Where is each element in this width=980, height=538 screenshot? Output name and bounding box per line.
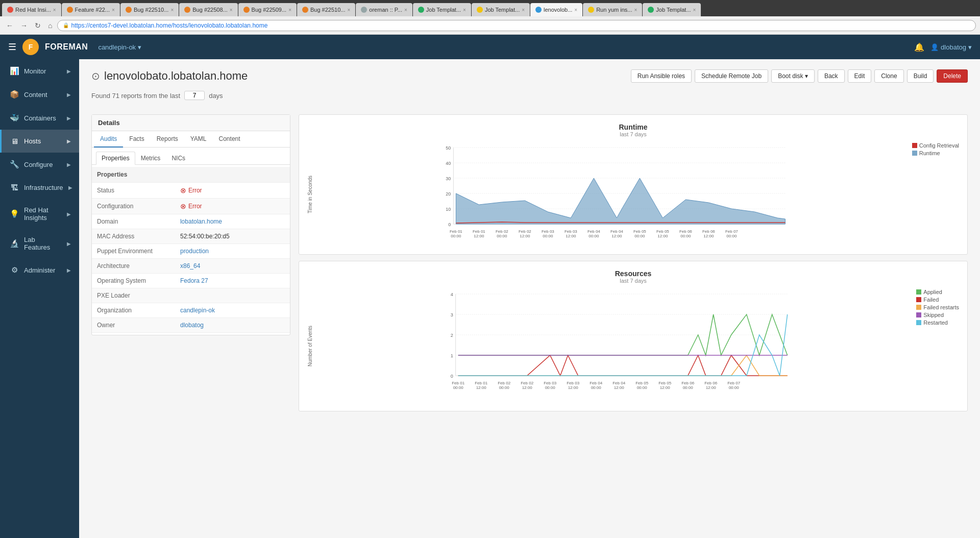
- sidebar-item-hosts[interactable]: 🖥 Hosts ▶: [0, 130, 79, 153]
- mac-address: 52:54:00:be:20:d5: [180, 233, 230, 240]
- tab-feature[interactable]: Feature #22...×: [62, 3, 120, 16]
- table-row: PXE Loader: [92, 288, 290, 303]
- subtab-properties[interactable]: Properties: [96, 152, 135, 165]
- sidebar-item-administer[interactable]: ⚙ Administer ▶: [0, 258, 79, 282]
- org-link[interactable]: candlepin-ok: [180, 307, 215, 314]
- content-icon: 📦: [10, 90, 19, 99]
- svg-text:Feb 01: Feb 01: [473, 229, 485, 234]
- sidebar-item-content[interactable]: 📦 Content ▶: [0, 83, 79, 106]
- svg-text:12:00: 12:00: [522, 385, 533, 390]
- clone-button[interactable]: Clone: [874, 69, 903, 83]
- boot-disk-button[interactable]: Boot disk ▾: [771, 69, 815, 83]
- logo: F: [22, 39, 39, 55]
- tab-job3[interactable]: Job Templat...×: [643, 3, 701, 16]
- svg-text:00:00: 00:00: [545, 385, 556, 390]
- home-button[interactable]: ⌂: [46, 20, 54, 31]
- details-header: Details: [92, 115, 290, 131]
- svg-text:00:00: 00:00: [726, 234, 737, 238]
- svg-text:Feb 03: Feb 03: [544, 381, 556, 385]
- app-body: 📊 Monitor ▶ 📦 Content ▶ 🐳 Containers ▶ 🖥…: [0, 59, 980, 538]
- tab-redhat[interactable]: Red Hat Insi...×: [2, 3, 61, 16]
- sidebar-item-containers[interactable]: 🐳 Containers ▶: [0, 106, 79, 130]
- bell-icon[interactable]: 🔔: [914, 42, 924, 52]
- sidebar-item-insights[interactable]: 💡 Red Hat Insights ▶: [0, 199, 79, 229]
- user-menu[interactable]: 👤 dlobatog ▾: [930, 43, 972, 51]
- properties-section-header: Properties: [92, 167, 290, 183]
- svg-text:Feb 04: Feb 04: [612, 381, 625, 385]
- schedule-remote-button[interactable]: Schedule Remote Job: [695, 69, 768, 83]
- org-selector[interactable]: candlepin-ok ▾: [98, 43, 141, 51]
- svg-text:12:00: 12:00: [566, 234, 576, 238]
- svg-text:Feb 06: Feb 06: [704, 381, 717, 385]
- days-input[interactable]: [184, 91, 205, 100]
- svg-text:Feb 05: Feb 05: [633, 229, 646, 234]
- tab-job2[interactable]: Job Templat...×: [472, 3, 530, 16]
- svg-text:Feb 06: Feb 06: [679, 229, 692, 234]
- table-row: Puppet Environment production: [92, 244, 290, 259]
- svg-text:Feb 06: Feb 06: [702, 229, 715, 234]
- svg-text:12:00: 12:00: [614, 385, 625, 390]
- tab-lenovolob[interactable]: lenovolob...×: [530, 3, 582, 16]
- failed-line: [458, 355, 788, 376]
- tab-bug1[interactable]: Bug #22510...×: [120, 3, 179, 16]
- runtime-chart-subtitle: last 7 days: [307, 131, 959, 137]
- build-button[interactable]: Build: [907, 69, 934, 83]
- tab-audits[interactable]: Audits: [94, 131, 123, 148]
- subtab-metrics[interactable]: Metrics: [135, 152, 166, 165]
- edit-button[interactable]: Edit: [848, 69, 872, 83]
- tab-job1[interactable]: Job Templat...×: [413, 3, 471, 16]
- svg-text:Feb 03: Feb 03: [567, 381, 579, 385]
- os-link[interactable]: Fedora 27: [180, 277, 208, 284]
- forward-nav-button[interactable]: →: [18, 20, 30, 31]
- runtime-dot: [912, 151, 917, 156]
- svg-text:00:00: 00:00: [729, 385, 740, 390]
- sidebar-item-monitor[interactable]: 📊 Monitor ▶: [0, 59, 79, 83]
- svg-text:12:00: 12:00: [476, 385, 487, 390]
- tab-facts[interactable]: Facts: [123, 131, 150, 148]
- infrastructure-icon: 🏗: [10, 183, 19, 192]
- configure-icon: 🔧: [10, 160, 19, 169]
- runtime-area: [456, 178, 785, 224]
- reload-button[interactable]: ↻: [33, 20, 43, 31]
- tab-content[interactable]: Content: [213, 131, 247, 148]
- sidebar-item-configure[interactable]: 🔧 Configure ▶: [0, 153, 79, 176]
- svg-text:00:00: 00:00: [499, 385, 510, 390]
- page-title: lenovolobato.lobatolan.home: [104, 69, 248, 83]
- svg-text:Feb 03: Feb 03: [542, 229, 554, 234]
- svg-text:00:00: 00:00: [543, 234, 553, 238]
- resources-svg: 0 1 2 3 4: [317, 289, 910, 401]
- app-title: FOREMAN: [45, 42, 88, 52]
- error-icon: ⊗: [180, 186, 186, 194]
- back-nav-button[interactable]: ←: [4, 20, 15, 31]
- tab-bug4[interactable]: Bug #22510...×: [297, 3, 355, 16]
- delete-button[interactable]: Delete: [937, 69, 968, 83]
- svg-text:Feb 07: Feb 07: [725, 229, 738, 234]
- tab-yaml[interactable]: YAML: [184, 131, 213, 148]
- sidebar-item-infrastructure[interactable]: 🏗 Infrastructure ▶: [0, 176, 79, 199]
- main-content-area: ⊙ lenovolobato.lobatolan.home Found 71 r…: [79, 59, 980, 538]
- tab-bug2[interactable]: Bug #22508...×: [179, 3, 237, 16]
- back-button[interactable]: Back: [818, 69, 845, 83]
- tab-bug3[interactable]: Bug #22509...×: [238, 3, 297, 16]
- tab-runyum[interactable]: Run yum ins...×: [583, 3, 642, 16]
- domain-link[interactable]: lobatolan.home: [180, 218, 222, 225]
- subtab-nics[interactable]: NICs: [166, 152, 191, 165]
- sidebar-item-lab[interactable]: 🔬 Lab Features ▶: [0, 229, 79, 258]
- resources-chart-title: Resources: [307, 270, 959, 278]
- svg-text:0: 0: [448, 222, 451, 227]
- table-row: Operating System Fedora 27: [92, 274, 290, 288]
- hamburger-button[interactable]: ☰: [8, 41, 16, 53]
- architecture-link[interactable]: x86_64: [180, 262, 200, 270]
- svg-text:00:00: 00:00: [591, 385, 602, 390]
- svg-text:20: 20: [446, 191, 451, 197]
- sidebar: 📊 Monitor ▶ 📦 Content ▶ 🐳 Containers ▶ 🖥…: [0, 59, 79, 538]
- runtime-chart-inner: 0 10 20 30 40 50: [317, 142, 906, 246]
- details-tabs: Audits Facts Reports YAML Content: [92, 131, 290, 148]
- tab-oreman[interactable]: oreman :: P...×: [356, 3, 412, 16]
- run-ansible-button[interactable]: Run Ansible roles: [631, 69, 692, 83]
- url-bar[interactable]: 🔒 https://centos7-devel.lobatolan.home/h…: [57, 20, 976, 31]
- resources-chart-card: Resources last 7 days Number of Events: [299, 261, 968, 411]
- puppet-env-link[interactable]: production: [180, 248, 209, 255]
- tab-reports[interactable]: Reports: [151, 131, 184, 148]
- owner-link[interactable]: dlobatog: [180, 322, 204, 329]
